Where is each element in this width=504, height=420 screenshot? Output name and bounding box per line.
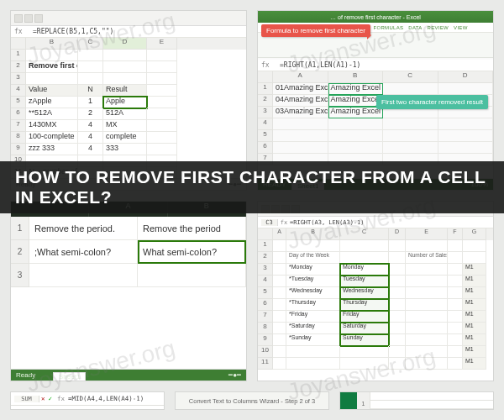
formula-text: =RIGHT(A3, LEN(A3)-1) bbox=[290, 219, 365, 226]
col-header-n[interactable]: N bbox=[78, 85, 103, 97]
cell[interactable]: *Tuesday bbox=[286, 276, 340, 287]
name-box[interactable]: SUM bbox=[14, 396, 39, 402]
cell[interactable]: Sunday bbox=[340, 334, 389, 346]
screenshot-remove-period: A B 1 Remove the period. Remove the peri… bbox=[10, 201, 247, 381]
sheet-tab[interactable]: Sheet1 bbox=[53, 372, 86, 381]
cell[interactable]: 1 bbox=[78, 97, 103, 108]
formula-bar[interactable]: C3 fx =RIGHT(A3, LEN(A3)-1) bbox=[258, 217, 493, 228]
sheet-heading[interactable]: Remove first character bbox=[26, 61, 78, 73]
tool-icon bbox=[24, 14, 33, 23]
cell-selected[interactable]: Monday bbox=[340, 264, 389, 276]
screenshot-text-to-columns: Convert Text to Columns Wizard - Step 2 … bbox=[175, 391, 329, 410]
cell[interactable]: *Sunday bbox=[286, 334, 340, 346]
cell[interactable]: 04Amazing Excel bbox=[273, 95, 328, 107]
formula-text: =REPLACE(B5,1,C5,"") bbox=[33, 28, 113, 35]
cell-selected[interactable]: What semi-colon? bbox=[138, 240, 246, 264]
cell[interactable]: *Saturday bbox=[286, 323, 340, 334]
cell[interactable]: M1 bbox=[463, 287, 486, 299]
col-header-result[interactable]: Result bbox=[103, 85, 147, 97]
cell[interactable]: *Wednesday bbox=[286, 287, 340, 299]
cell[interactable]: M1 bbox=[463, 276, 486, 287]
cell[interactable]: 512A bbox=[103, 108, 147, 120]
cell[interactable]: complete bbox=[103, 132, 147, 144]
formula-bar[interactable]: fx =RIGHT(A1,LEN(A1)-1) bbox=[258, 60, 493, 71]
cell[interactable]: Remove the period bbox=[138, 217, 246, 240]
cell[interactable]: zApple bbox=[26, 97, 78, 108]
dialog-title: Convert Text to Columns Wizard - Step 2 … bbox=[189, 397, 315, 405]
cell[interactable]: M1 bbox=[463, 323, 486, 334]
screenshot-mid-formula: SUM ✕ ✓ fx =MID(A4,4,LEN(A4)-1) bbox=[10, 391, 165, 410]
tool-icon bbox=[14, 14, 23, 23]
cell-selected[interactable]: Apple bbox=[103, 97, 147, 108]
formula-text: =MID(A4,4,LEN(A4)-1) bbox=[68, 395, 144, 402]
cell[interactable]: Remove the period. bbox=[29, 217, 138, 240]
formula-bar[interactable]: fx =REPLACE(B5,1,C5,"") bbox=[11, 26, 246, 38]
cell[interactable]: Thursday bbox=[340, 299, 389, 311]
cell[interactable]: 03Amazing Excel bbox=[273, 107, 328, 118]
tool-icon bbox=[34, 14, 43, 23]
cell-selected[interactable]: Amazing Excel bbox=[328, 83, 384, 95]
cell[interactable]: Wednesday bbox=[340, 287, 389, 299]
cell[interactable]: 01Amazing Excel bbox=[273, 83, 328, 95]
formula-text: =RIGHT(A1,LEN(A1)-1) bbox=[280, 61, 360, 69]
cell[interactable]: Saturday bbox=[340, 323, 389, 334]
status-bar: Ready Sheet1 ━●━ bbox=[11, 369, 246, 381]
col-header[interactable]: Number of Sales bbox=[406, 252, 448, 264]
col-header-value[interactable]: Value bbox=[26, 85, 78, 97]
cell[interactable]: M1 bbox=[463, 334, 486, 346]
cell[interactable]: *Friday bbox=[286, 311, 340, 323]
callout-result: First two character removed result bbox=[376, 95, 488, 109]
cell[interactable]: 4 bbox=[78, 120, 103, 132]
column-headers: B C D E bbox=[11, 38, 246, 50]
toolbar bbox=[11, 11, 246, 26]
cell[interactable]: zzz 333 bbox=[26, 144, 78, 155]
cell[interactable]: Friday bbox=[340, 311, 389, 323]
title-overlay: HOW TO REMOVE FIRST CHARACTER FROM A CEL… bbox=[0, 161, 504, 213]
cell[interactable]: ;What semi-colon? bbox=[29, 240, 138, 264]
cell[interactable]: *Thursday bbox=[286, 299, 340, 311]
cell[interactable]: 1430MX bbox=[26, 120, 78, 132]
cell[interactable]: 4 bbox=[78, 144, 103, 155]
callout-formula: Formula to remove first character bbox=[261, 24, 370, 37]
col-header[interactable]: Day of the Week bbox=[286, 252, 340, 264]
page-title: HOW TO REMOVE FIRST CHARACTER FROM A CEL… bbox=[15, 167, 489, 207]
name-box[interactable]: C3 bbox=[261, 219, 278, 226]
cell[interactable]: *Monday bbox=[286, 264, 340, 276]
cell[interactable]: 100-complete bbox=[26, 132, 78, 144]
cell[interactable]: M1 bbox=[463, 299, 486, 311]
excel-logo-icon bbox=[340, 392, 357, 409]
cell[interactable]: M1 bbox=[463, 311, 486, 323]
screenshot-blank-sheet: 1 bbox=[339, 391, 494, 410]
cell[interactable]: 2 bbox=[78, 108, 103, 120]
cell[interactable]: 4 bbox=[78, 132, 103, 144]
cell[interactable]: 333 bbox=[103, 144, 147, 155]
titlebar: … of remove first character - Excel bbox=[258, 11, 493, 23]
bottom-strip: SUM ✕ ✓ fx =MID(A4,4,LEN(A4)-1) Convert … bbox=[10, 391, 494, 410]
screenshot-days-of-week: C3 fx =RIGHT(A3, LEN(A3)-1) A B C D E F … bbox=[257, 201, 494, 381]
cell[interactable]: M1 bbox=[463, 264, 486, 276]
column-headers: A B C D bbox=[258, 71, 493, 83]
cell[interactable]: **512A bbox=[26, 108, 78, 120]
cell[interactable]: MX bbox=[103, 120, 147, 132]
cell[interactable]: Tuesday bbox=[340, 276, 389, 287]
